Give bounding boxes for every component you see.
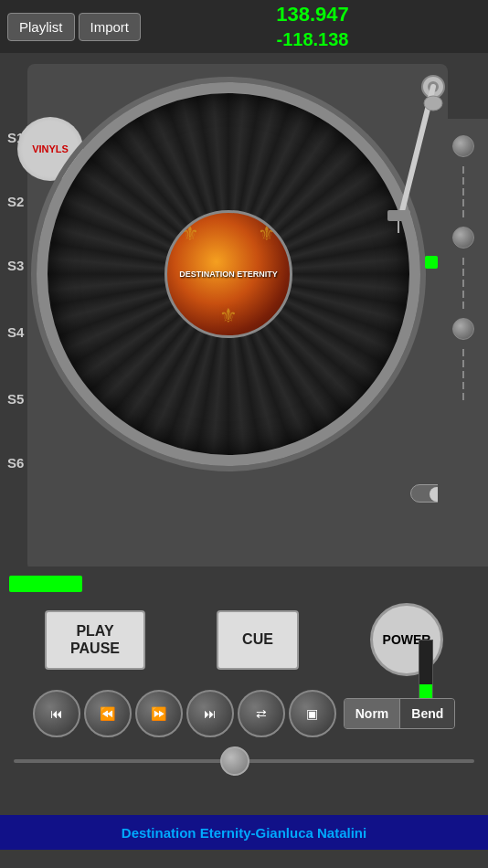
fleur-icon-b: ⚜: [219, 304, 238, 328]
right-knob-2[interactable]: [452, 227, 474, 249]
svg-rect-3: [387, 210, 410, 221]
song-title-text: Destination Eternity-Gianluca Natalini: [122, 825, 366, 841]
norm-bend-container: Norm Bend: [344, 698, 456, 729]
header: Playlist Import 138.947 -118.138: [0, 0, 488, 53]
forward-button[interactable]: ⏩: [135, 690, 183, 737]
cue-button[interactable]: CUE: [217, 610, 299, 670]
pitch-slider-thumb[interactable]: [220, 746, 249, 776]
turntable-container: S1 S2 S3 S4 S5 S6 VINYLS ♪ ⚜ ⚜ DESTINATI…: [0, 55, 488, 585]
song-title-bar: Destination Eternity-Gianluca Natalini: [0, 815, 488, 850]
loop-button[interactable]: ⇄: [238, 690, 285, 737]
right-tick-1: [462, 166, 464, 174]
bpm-display: 138.947 -118.138: [144, 2, 481, 52]
marker-s4: S4: [7, 324, 24, 340]
transport-row: ⏮ ⏪ ⏩ ⏭ ⇄ ▣ Norm Bend: [0, 690, 488, 737]
controls-area: PLAY PAUSE CUE POWER ⏮ ⏪ ⏩ ⏭ ⇄ ▣ Norm Be…: [0, 566, 488, 850]
marker-s5: S5: [7, 391, 24, 407]
green-indicator-light: [425, 256, 438, 269]
marker-s2: S2: [7, 194, 24, 209]
right-tick-10: [462, 302, 464, 309]
right-panel: [438, 119, 488, 630]
play-pause-button[interactable]: PLAY PAUSE: [45, 610, 145, 670]
right-tick-8: [462, 280, 464, 287]
rewind-fast-button[interactable]: ⏮: [33, 690, 80, 737]
bend-button[interactable]: Bend: [399, 699, 454, 728]
pitch-slider-track[interactable]: [14, 759, 474, 763]
bpm-top: 138.947: [144, 2, 481, 28]
right-tick-14: [462, 382, 464, 389]
right-tick-12: [462, 360, 464, 367]
marker-s3: S3: [7, 258, 24, 273]
right-tick-9: [462, 291, 464, 298]
bpm-bottom: -118.138: [144, 27, 481, 51]
vinyl-record[interactable]: ⚜ ⚜ DESTINATION ETERNITY ⚜: [37, 82, 420, 466]
right-tick-4: [462, 199, 464, 206]
vinyl-center-label: ⚜ ⚜ DESTINATION ETERNITY ⚜: [164, 210, 292, 338]
norm-button[interactable]: Norm: [345, 699, 400, 728]
forward-fast-button[interactable]: ⏭: [186, 690, 234, 737]
right-tick-11: [462, 349, 464, 356]
playlist-button[interactable]: Playlist: [7, 13, 75, 41]
pitch-slider-area: [14, 747, 474, 775]
vinyls-logo-text: VINYLS: [32, 143, 69, 154]
right-tick-15: [462, 393, 464, 400]
green-level-bar: [9, 576, 82, 592]
right-tick-6: [462, 258, 464, 265]
right-knob-3[interactable]: [452, 318, 474, 340]
right-tick-2: [462, 177, 464, 185]
eq-button[interactable]: ▣: [289, 690, 336, 737]
right-tick-13: [462, 371, 464, 378]
right-tick-3: [462, 188, 464, 196]
fleur-icon-tl: ⚜: [181, 222, 199, 246]
fleur-icon-tr: ⚜: [258, 222, 276, 246]
import-button[interactable]: Import: [79, 13, 142, 41]
right-tick-7: [462, 269, 464, 276]
vinyl-label-text: DESTINATION ETERNITY: [175, 266, 281, 283]
right-knob-1[interactable]: [452, 135, 474, 157]
right-tick-5: [462, 210, 464, 217]
main-buttons-row: PLAY PAUSE CUE POWER: [0, 603, 488, 676]
svg-point-5: [424, 96, 442, 111]
marker-s6: S6: [7, 455, 24, 471]
rewind-button[interactable]: ⏪: [84, 690, 132, 737]
